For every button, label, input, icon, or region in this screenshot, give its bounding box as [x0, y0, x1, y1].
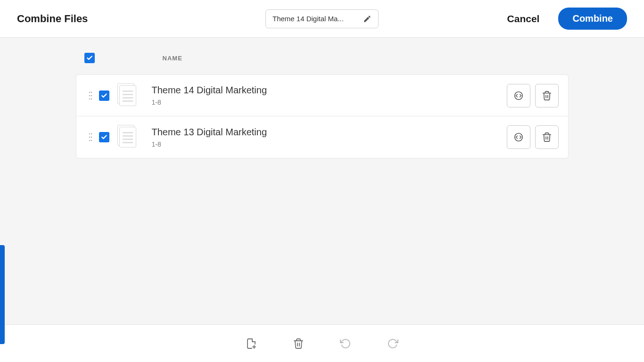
table-header: NAME — [76, 46, 569, 74]
combine-button[interactable]: Combine — [558, 8, 627, 30]
file-list: Theme 14 Digital Marketing 1-8 — [76, 74, 569, 158]
select-all-checkbox[interactable] — [84, 53, 95, 63]
expand-icon — [513, 90, 524, 101]
file-pages: 1-8 — [152, 99, 507, 106]
column-header-name: NAME — [163, 55, 182, 62]
filename-text: Theme 14 Digital Ma... — [272, 15, 344, 23]
row-checkbox[interactable] — [99, 132, 109, 142]
drag-handle-icon[interactable] — [86, 133, 95, 141]
bottom-toolbar — [0, 324, 644, 362]
topbar: Combine Files Theme 14 Digital Ma... Can… — [0, 0, 644, 38]
file-name: Theme 14 Digital Marketing — [152, 85, 507, 96]
svg-point-8 — [91, 133, 92, 135]
undo-button[interactable] — [339, 337, 353, 351]
expand-icon — [513, 132, 524, 142]
document-icon — [119, 85, 136, 106]
file-pages: 1-8 — [152, 140, 507, 148]
redo-icon — [387, 338, 398, 349]
svg-point-2 — [89, 95, 90, 96]
body-area: NAME Theme 14 Digital Marketing 1- — [0, 38, 644, 324]
delete-selected-button[interactable] — [291, 337, 305, 351]
file-list-container: NAME Theme 14 Digital Marketing 1- — [76, 46, 569, 158]
add-file-button[interactable] — [244, 337, 258, 351]
file-name: Theme 13 Digital Marketing — [152, 127, 507, 138]
delete-button[interactable] — [535, 84, 559, 107]
page-title: Combine Files — [17, 13, 88, 25]
filename-input[interactable]: Theme 14 Digital Ma... — [265, 9, 379, 28]
trash-icon — [542, 132, 552, 142]
svg-point-9 — [89, 137, 90, 138]
undo-icon — [340, 338, 351, 349]
svg-point-12 — [91, 140, 92, 141]
redo-button[interactable] — [386, 337, 400, 351]
svg-point-1 — [91, 91, 92, 93]
pencil-icon[interactable] — [363, 15, 372, 23]
topbar-actions: Cancel Combine — [507, 8, 627, 30]
drag-handle-icon[interactable] — [86, 91, 95, 100]
add-file-icon — [246, 338, 257, 349]
svg-point-7 — [89, 133, 90, 135]
svg-point-11 — [89, 140, 90, 141]
svg-point-5 — [91, 98, 92, 99]
trash-icon — [542, 90, 552, 101]
expand-button[interactable] — [507, 125, 530, 149]
side-panel-tab[interactable] — [0, 245, 5, 344]
svg-point-3 — [91, 95, 92, 96]
trash-icon — [293, 338, 304, 349]
document-icon — [119, 127, 136, 148]
cancel-button[interactable]: Cancel — [507, 13, 540, 25]
delete-button[interactable] — [535, 125, 559, 149]
svg-point-10 — [91, 137, 92, 138]
table-row: Theme 13 Digital Marketing 1-8 — [76, 116, 568, 158]
svg-point-4 — [89, 98, 90, 99]
table-row: Theme 14 Digital Marketing 1-8 — [76, 75, 568, 116]
expand-button[interactable] — [507, 84, 530, 107]
svg-point-0 — [89, 91, 90, 93]
row-checkbox[interactable] — [99, 90, 109, 101]
